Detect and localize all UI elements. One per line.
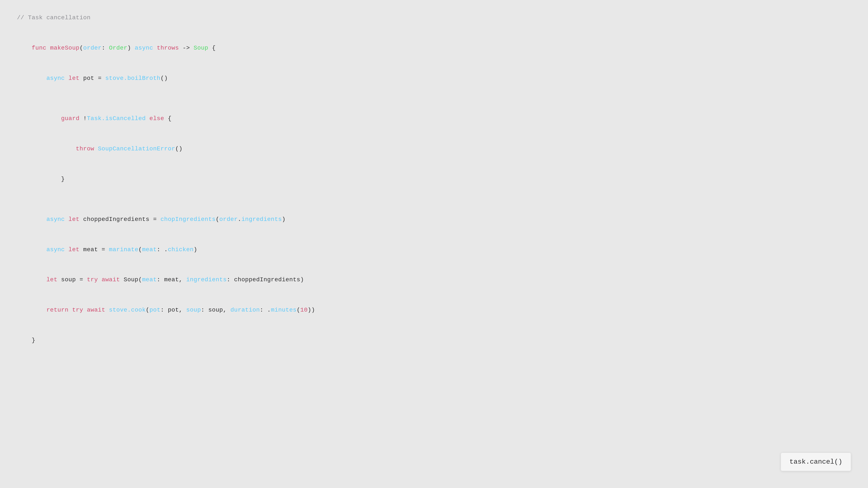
paren-close: ) [127, 45, 135, 51]
call-parens-pot: () [160, 75, 168, 82]
keyword-await-soup: await [101, 276, 120, 283]
space-soup: soup = [57, 276, 87, 283]
paren-minutes-close: )) [308, 307, 315, 313]
chopped-line: async let choppedIngredients = chopIngre… [17, 204, 851, 234]
space-await-return [105, 307, 109, 313]
ingredients-val: : choppedIngredients) [227, 276, 304, 283]
space-throw [94, 145, 98, 152]
space-try-soup [98, 276, 101, 283]
guard-line: guard !Task.isCancelled else { [17, 103, 851, 134]
arrow: -> [179, 45, 193, 51]
let-meat: let [65, 246, 83, 253]
empty-line-2 [17, 194, 851, 204]
keyword-let-soup: let [32, 276, 57, 283]
param-duration: duration [230, 307, 260, 313]
let-chopped: let [65, 216, 83, 223]
async-kw-pot: async [32, 75, 65, 82]
brace-open: { [208, 45, 216, 51]
tooltip-box: task.cancel() [781, 453, 851, 471]
async-kw-meat: async [32, 246, 65, 253]
paren-minutes-open: ( [297, 307, 300, 313]
paren-close-mar: ) [193, 246, 197, 253]
return-type: Soup [194, 45, 208, 51]
call-boilbroth: stove.boilBroth [105, 75, 160, 82]
paren-open: ( [80, 45, 83, 51]
func-signature-line: func makeSoup(order: Order) async throws… [17, 33, 851, 63]
exclaim: ! [80, 115, 87, 122]
comment-line: // Task cancellation [17, 13, 851, 23]
space [153, 45, 157, 51]
keyword-try-soup: try [87, 276, 98, 283]
type-order: Order [109, 45, 127, 51]
throw-line: throw SoupCancellationError() [17, 134, 851, 164]
call-chopingredients: chopIngredients [160, 216, 216, 223]
param-meat-label: meat [142, 246, 157, 253]
keyword-try-return: try [72, 307, 83, 313]
outer-close-brace: } [32, 337, 35, 344]
colon-order: : [101, 45, 109, 51]
keyword-throws: throws [157, 45, 179, 51]
param-pot-label: pot [149, 307, 160, 313]
empty-line-1 [17, 93, 851, 104]
dot-ingredients: . [238, 216, 241, 223]
keyword-guard: guard [32, 115, 80, 122]
paren-cook-open: ( [146, 307, 149, 313]
code-block: // Task cancellation func makeSoup(order… [17, 13, 851, 355]
pot-val: : pot, [160, 307, 186, 313]
paren-open-mar: ( [138, 246, 142, 253]
guard-close-brace: } [32, 176, 65, 182]
func-name: makeSoup [50, 45, 80, 51]
call-marinate: marinate [109, 246, 138, 253]
paren-close-chop: ) [282, 216, 285, 223]
dot-chicken-prefix: : . [157, 246, 168, 253]
meat-line: async let meat = marinate(meat: .chicken… [17, 234, 851, 265]
param-ingredients-soup: ingredients [186, 276, 227, 283]
meat-val: : meat, [157, 276, 186, 283]
keyword-else: else [146, 115, 164, 122]
tooltip-text: task.cancel() [789, 458, 842, 466]
guard-brace: { [164, 115, 172, 122]
dot-minutes-prefix: : . [260, 307, 271, 313]
param-meat-soup: meat [142, 276, 157, 283]
soup-line: let soup = try await Soup(meat: meat, in… [17, 265, 851, 295]
param-order: order [83, 45, 102, 51]
space-try-return [83, 307, 87, 313]
keyword-throw: throw [32, 145, 94, 152]
empty-line-0 [17, 23, 851, 33]
param-ingredients: ingredients [241, 216, 282, 223]
soup-call: Soup( [120, 276, 142, 283]
var-pot: pot = [83, 75, 105, 82]
keyword-return: return [32, 307, 68, 313]
error-parens: () [175, 145, 183, 152]
call-minutes: minutes [271, 307, 297, 313]
param-soup-label: soup [186, 307, 201, 313]
space-return [68, 307, 72, 313]
async-kw-chopped: async [32, 216, 65, 223]
keyword-await-return: await [87, 307, 105, 313]
call-stove-cook: stove.cook [109, 307, 146, 313]
keyword-func: func [32, 45, 50, 51]
soup-val: : soup, [201, 307, 230, 313]
pot-line: async let pot = stove.boilBroth() [17, 63, 851, 93]
dot-chicken: chicken [168, 246, 194, 253]
guard-close-line: } [17, 164, 851, 194]
var-chopped: choppedIngredients = [83, 216, 161, 223]
keyword-async: async [135, 45, 153, 51]
param-order-dot: order [219, 216, 238, 223]
let-pot: let [65, 75, 83, 82]
task-iscancelled: Task.isCancelled [87, 115, 146, 122]
outer-close-line: } [17, 325, 851, 355]
paren-open-chop: ( [216, 216, 219, 223]
return-line: return try await stove.cook(pot: pot, so… [17, 295, 851, 325]
var-meat: meat = [83, 246, 109, 253]
number-10: 10 [300, 307, 308, 313]
error-type: SoupCancellationError [98, 145, 175, 152]
